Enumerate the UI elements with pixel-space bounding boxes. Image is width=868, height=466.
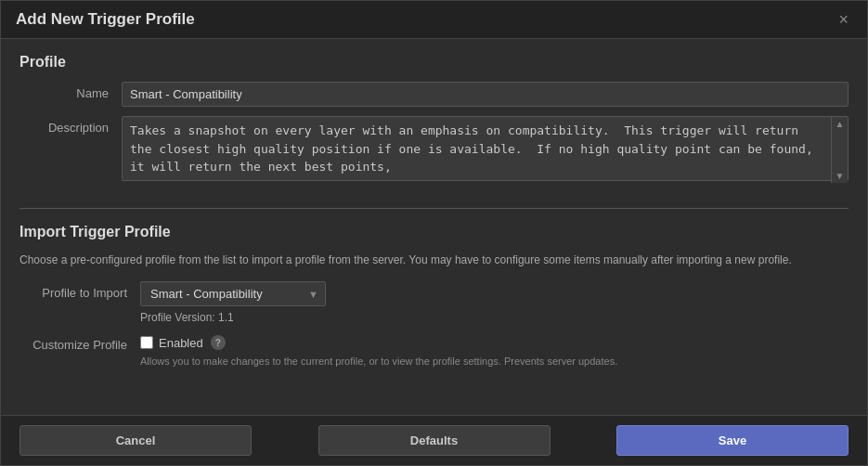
profile-version-text: Profile Version: 1.1 [140,311,849,324]
footer-left: Cancel [19,425,290,456]
customize-content: Enabled ? Allows you to make changes to … [140,335,849,369]
name-field-wrapper [122,82,849,107]
customize-row: Customize Profile Enabled ? Allows you t… [19,335,849,369]
name-label: Name [19,82,122,100]
scroll-up-icon[interactable]: ▲ [836,119,845,129]
profile-import-control: Smart - Compatibility Smart - Performanc… [140,281,849,324]
dialog-body: Profile Name Description ▲ ▼ [1,39,867,415]
defaults-button[interactable]: Defaults [318,425,551,456]
scroll-down-icon[interactable]: ▼ [836,171,845,181]
description-textarea[interactable] [122,116,849,181]
enabled-label: Enabled [159,336,203,350]
name-input[interactable] [122,82,849,107]
footer-center: Defaults [299,425,569,456]
profile-select-wrapper: Smart - Compatibility Smart - Performanc… [140,281,326,306]
profile-import-label: Profile to Import [19,281,140,300]
scrollbar: ▲ ▼ [831,117,848,183]
customize-hint: Allows you to make changes to the curren… [140,355,849,369]
description-row: Description ▲ ▼ [19,116,849,184]
close-button[interactable]: × [835,11,852,28]
help-icon[interactable]: ? [211,335,226,350]
title-bar: Add New Trigger Profile × [1,1,867,39]
name-row: Name [19,82,849,107]
enabled-row: Enabled ? [140,335,849,350]
import-section: Import Trigger Profile Choose a pre-conf… [1,209,867,378]
description-field-wrapper: ▲ ▼ [122,116,849,184]
profile-select[interactable]: Smart - Compatibility Smart - Performanc… [140,281,326,306]
profile-import-row: Profile to Import Smart - Compatibility … [19,281,849,324]
profile-section: Profile Name Description ▲ ▼ [1,39,867,208]
footer-right: Save [578,425,849,456]
add-trigger-profile-dialog: Add New Trigger Profile × Profile Name D… [0,0,868,466]
save-button[interactable]: Save [616,425,849,456]
dialog-footer: Cancel Defaults Save [1,415,867,465]
import-section-title: Import Trigger Profile [19,224,849,240]
dialog-title: Add New Trigger Profile [16,10,195,29]
description-label: Description [19,116,122,135]
customize-label: Customize Profile [19,335,140,352]
cancel-button[interactable]: Cancel [19,425,252,456]
enabled-checkbox[interactable] [140,336,153,349]
import-description: Choose a pre-configured profile from the… [19,252,849,268]
profile-section-title: Profile [19,54,849,71]
